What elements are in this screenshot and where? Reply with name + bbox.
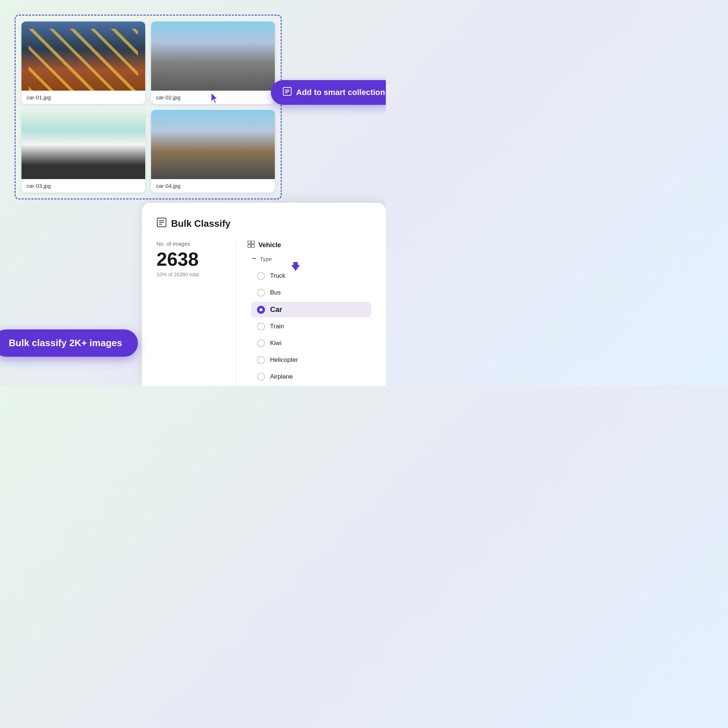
bulk-classify-label: Bulk classify 2K+ images [9,337,122,348]
radio-label-kiwi: Kiwi [270,340,281,347]
subcategory-label: Type [260,256,272,262]
radio-circle-airplane [257,373,265,381]
bulk-classify-button[interactable]: Bulk classify 2K+ images [0,329,138,357]
radio-list: Truck Bus Car Train Kiwi [248,268,371,384]
svg-rect-12 [252,258,256,259]
image-grid: car-01.jpg car-02.jpg car-03.jpg car-04.… [21,21,275,193]
selection-box: car-01.jpg car-02.jpg car-03.jpg car-04.… [15,15,282,199]
image-label-4: car-04.jpg [151,179,275,193]
radio-circle-train [257,323,265,330]
radio-label-train: Train [270,323,284,330]
radio-label-bus: Bus [270,289,281,296]
image-label-1: car-01.jpg [21,91,145,104]
car-image-3 [21,110,145,179]
radio-item-bus[interactable]: Bus [251,285,371,300]
category-name: Vehicle [258,241,281,249]
svg-rect-9 [252,241,254,244]
svg-rect-8 [248,241,251,244]
radio-circle-kiwi [257,339,265,347]
panel-header: Bulk Classify [156,217,371,230]
image-card-4[interactable]: car-04.jpg [151,110,275,193]
panel-content: No. of images 2638 10% of 26380 total Ve… [156,241,371,386]
radio-circle-bus [257,289,265,297]
category-header: Vehicle [248,241,371,250]
stats-sub: 10% of 26380 total [156,272,225,277]
svg-rect-10 [248,245,251,248]
radio-item-train[interactable]: Train [251,319,371,334]
radio-label-airplane: Airplane [270,373,293,380]
car-image-4 [151,110,275,179]
panel-title: Bulk Classify [171,218,230,229]
radio-label-truck: Truck [270,272,285,280]
smart-collection-label: Add to smart collection [296,88,385,97]
panel-header-icon [156,217,167,230]
image-card-3[interactable]: car-03.jpg [21,110,145,193]
svg-rect-11 [252,245,254,248]
expand-icon [251,255,257,262]
car-image-2 [151,21,275,91]
bulk-classify-panel: Bulk Classify No. of images 2638 10% of … [142,203,386,386]
radio-item-truck[interactable]: Truck [251,268,371,284]
car-pointer [291,262,301,273]
radio-label-car: Car [270,305,282,314]
image-label-3: car-03.jpg [21,179,145,193]
radio-item-kiwi[interactable]: Kiwi [251,336,371,351]
smart-collection-icon [283,87,292,98]
radio-circle-car [257,306,265,314]
stats-label: No. of images [156,241,225,247]
car-image-1 [21,21,145,91]
add-to-smart-collection-button[interactable]: Add to smart collection [271,80,386,105]
stats-count: 2638 [156,250,225,269]
radio-item-car[interactable]: Car [251,302,371,317]
image-card-1[interactable]: car-01.jpg [21,21,145,104]
classify-column: Vehicle Type Truck Bus [237,241,371,386]
radio-circle-helicopter [257,356,265,364]
radio-item-airplane[interactable]: Airplane [251,369,371,384]
category-icon [248,241,255,250]
subcategory-header: Type [248,255,371,262]
radio-circle-truck [257,272,265,280]
top-section: car-01.jpg car-02.jpg car-03.jpg car-04.… [0,0,386,210]
radio-label-helicopter: Helicopter [270,356,298,364]
radio-item-helicopter[interactable]: Helicopter [251,352,371,368]
stats-column: No. of images 2638 10% of 26380 total [156,241,237,386]
